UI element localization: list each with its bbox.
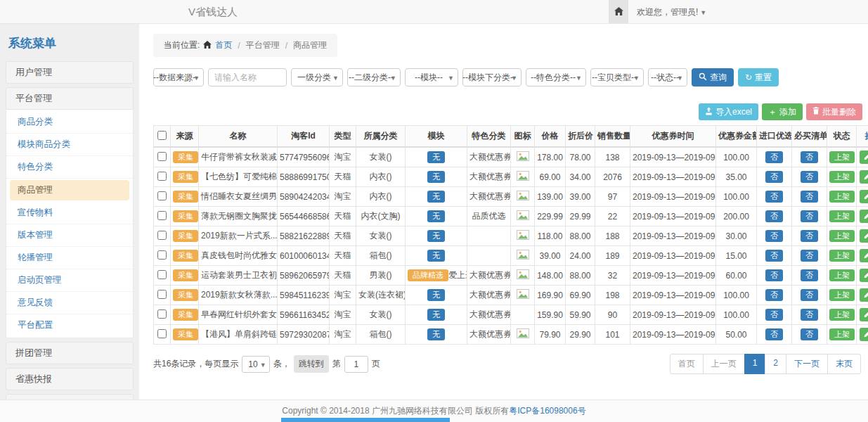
sidebar-item[interactable]: 平台配置 [6,314,133,336]
coupon-time-cell: 2019-09-13—2019-09-18 [630,167,716,187]
icp-link[interactable]: 粤ICP备16098006号 [509,406,585,416]
app-title: V省钱达人 [188,0,238,24]
icon-cell [511,246,535,266]
edit-button[interactable] [860,229,868,243]
edit-button[interactable] [860,151,868,164]
sidebar-item[interactable]: 商品分类 [6,111,133,134]
edit-button[interactable] [860,308,868,321]
select-all-checkbox[interactable] [157,131,167,140]
actions-cell [857,246,868,266]
per-page-select[interactable]: 10▼ [242,356,269,373]
add-button[interactable]: ＋ 添加 [762,103,803,120]
column-header: 折后价 [566,126,595,148]
row-checkbox[interactable] [157,191,167,200]
sidebar-section-header[interactable]: 拼团管理 [6,342,134,364]
page-number-input[interactable] [344,356,368,373]
page-button[interactable]: 1 [744,354,766,374]
sidebar-item[interactable]: 启动页管理 [6,269,133,292]
reset-button[interactable]: ↻ 重置 [738,68,779,87]
row-checkbox[interactable] [157,309,167,319]
page-button[interactable]: 首页 [670,354,704,374]
filter-select[interactable]: --二级分类--▼ [347,68,401,87]
row-checkbox[interactable] [157,250,167,260]
sales-cell: 97 [595,187,630,207]
filter-select[interactable]: --状态--▼ [648,68,687,87]
edit-button[interactable] [860,328,868,341]
name-search-input[interactable] [208,68,287,87]
filter-select[interactable]: 一级分类▼ [291,68,343,87]
sales-cell: 22 [595,207,630,226]
horizontal-scrollbar-thumb[interactable] [281,418,450,422]
page-button[interactable]: 下一页 [786,354,828,374]
source-badge: 采集 [173,171,198,183]
breadcrumb-prefix: 当前位置: [164,39,200,51]
discount-price-cell: 34.00 [566,167,595,187]
records-total-text: 共16条记录，每页显示 [153,358,238,370]
sidebar-item[interactable]: 轮播管理 [6,247,133,269]
row-checkbox[interactable] [157,270,167,279]
filter-fields: --数据来源--▼一级分类▼--二级分类--▼--模块--▼--模块下分类--▼… [153,68,687,87]
page-button[interactable]: 2 [765,354,786,374]
batch-delete-button[interactable]: 批量删除 [806,103,862,120]
edit-button[interactable] [860,288,868,302]
breadcrumb-home-link[interactable]: 首页 [215,39,232,51]
sidebar-item[interactable]: 特色分类 [6,156,133,179]
home-button[interactable] [609,0,628,23]
sidebar-section-header[interactable]: 平台管理 [6,87,134,110]
product-image-icon [517,232,529,242]
product-image-icon [517,212,529,222]
edit-button[interactable] [860,190,868,203]
jump-button[interactable]: 跳转到 [294,355,329,373]
filter-select[interactable]: --模块--▼ [405,68,458,87]
filter-select[interactable]: --宝贝类型--▼ [590,68,644,87]
import-select-badge: 否 [765,191,783,203]
sidebar-item[interactable]: 宣传物料 [6,202,133,224]
page-button[interactable]: 末页 [827,354,861,374]
sidebar-section: 消息管理 [6,394,134,399]
filter-bar: --数据来源--▼一级分类▼--二级分类--▼--模块--▼--模块下分类--▼… [153,68,862,87]
row-checkbox[interactable] [157,231,167,240]
row-checkbox[interactable] [157,290,167,299]
table-body: 采集牛仔背带裤女秋装减龄...577479560965淘宝女装()无大额优惠券1… [154,147,868,345]
edit-button[interactable] [860,210,868,223]
module-badge: 无 [427,230,445,242]
taoke-id-cell: 588216228899 [278,226,330,246]
page-button[interactable]: 上一页 [703,354,745,374]
sidebar-item[interactable]: 版本管理 [6,224,133,247]
import-select-cell: 否 [757,286,792,305]
row-checkbox[interactable] [157,329,167,338]
edit-button[interactable] [860,170,868,184]
sidebar-section-header[interactable]: 消息管理 [6,394,134,399]
row-checkbox[interactable] [157,152,167,161]
row-checkbox[interactable] [157,172,167,181]
chevron-down-icon: ▼ [511,75,517,82]
breadcrumb-parent: 平台管理 [246,39,280,51]
filter-select[interactable]: --数据来源--▼ [153,68,204,87]
module-badge: 无 [427,328,445,340]
select-all-cell [154,126,171,148]
row-checkbox[interactable] [157,211,167,220]
import-excel-button[interactable]: 导入excel [699,103,758,120]
type-cell: 天猫 [330,167,356,187]
status-badge: 上架 [829,151,855,163]
edit-button[interactable] [860,249,868,262]
category-cell: 女装() [356,305,406,325]
taoke-id-cell: 577479560965 [278,147,330,167]
filter-select[interactable]: --模块下分类--▼ [462,68,522,87]
taoke-id-cell: 565446685867 [278,207,330,226]
filter-select-value: --宝贝类型-- [592,72,637,84]
sidebar-item[interactable]: 意见反馈 [6,292,133,314]
search-button[interactable]: 查询 [692,68,734,87]
module-badge: 无 [427,191,445,203]
sidebar-item[interactable]: 模块商品分类 [6,134,133,156]
user-menu[interactable]: 欢迎您，管理员!▼ [637,0,706,25]
module-badge: 无 [427,210,445,222]
sidebar-section-header[interactable]: 省惠快报 [6,368,134,390]
source-cell: 采集 [171,187,199,207]
sidebar-section-header[interactable]: 用户管理 [6,61,134,84]
taoke-id-cell: 597293020870 [278,325,330,345]
source-badge: 采集 [173,269,198,281]
sidebar-item[interactable]: 商品管理 [10,180,129,200]
filter-select[interactable]: --特色分类--▼ [526,68,586,87]
edit-button[interactable] [860,269,868,282]
